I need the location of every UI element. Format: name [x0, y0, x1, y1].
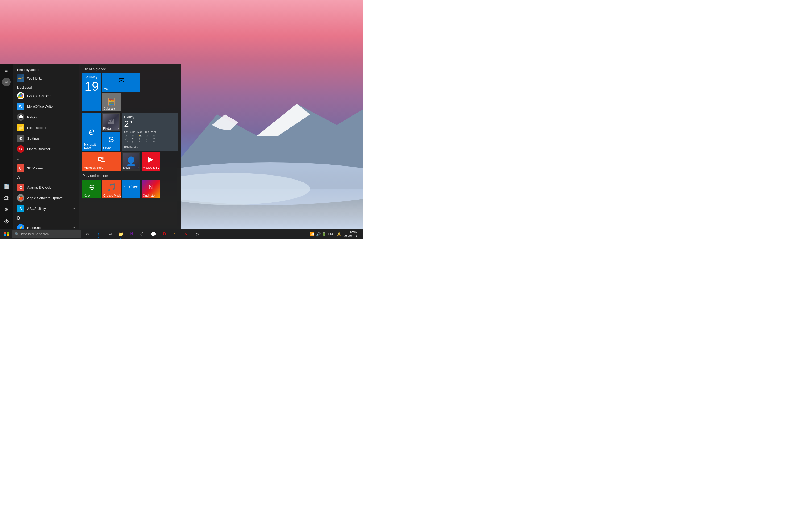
app-item-libreoffice-writer[interactable]: W LibreOffice Writer [13, 101, 79, 112]
play-explore-label: Play and explore [82, 174, 178, 178]
taskbar-app-unknown2[interactable]: S [170, 229, 180, 240]
app-item-apple-update[interactable]: 🍎 Apple Software Update [13, 193, 79, 203]
groove-music-tile[interactable]: 🎵 Groove Music [102, 180, 121, 198]
groove-tile-label: Groove Music [103, 194, 121, 197]
taskbar-app-onenote[interactable]: N [126, 229, 137, 240]
calculator-tile[interactable]: 🧮 Calculator [102, 93, 121, 111]
skype-tile-label: Skype [103, 146, 120, 150]
app-item-battle-net[interactable]: ⚡ Battle.net ▾ [13, 222, 79, 229]
app-item-pidgin[interactable]: 💬 Pidgin [13, 112, 79, 122]
news-image: 👤 [126, 156, 136, 166]
svg-rect-12 [4, 234, 6, 236]
tue-icon: ☁ [146, 134, 148, 137]
battle-expand-arrow[interactable]: ▾ [73, 226, 75, 229]
skype-tile[interactable]: S Skype [102, 132, 120, 151]
onenote-icon: N [149, 184, 153, 190]
network-icon[interactable]: 📶 [310, 232, 315, 236]
wed-low: 0° [153, 141, 155, 144]
system-tray: ^ 📶 🔊 🔋 ENG 🔔 12:15 Sat, Jan, 19 [304, 230, 362, 238]
app-item-asus[interactable]: A ASUS Utility ▾ [13, 203, 79, 214]
taskbar-app-settings[interactable]: ⚙ [192, 229, 203, 240]
app-item-3d-viewer[interactable]: ⬡ 3D Viewer [13, 163, 79, 173]
mail-icon: ✉ [118, 76, 125, 85]
sat-low: -1° [125, 141, 128, 144]
weather-forecast: Sat ☁ 3° -1° Sun ☁ 2° -2° Mon ⛅ 3° [124, 131, 175, 144]
tue-label: Tue [145, 131, 149, 134]
app-item-wot-blitz[interactable]: WoT WoT Blitz [13, 73, 79, 83]
onenote-app-icon: N [130, 232, 133, 236]
settings-button[interactable]: ⚙ [1, 204, 12, 215]
hamburger-menu-button[interactable]: ≡ [1, 66, 12, 77]
weather-city: Bucharest [124, 145, 175, 148]
movies-icon: ▶ [148, 155, 154, 164]
app-label: File Explorer [27, 126, 46, 130]
wallpaper-mountains [177, 82, 363, 229]
calendar-tile[interactable]: Saturday 19 [82, 73, 101, 111]
app-item-alarms-clock[interactable]: ⏰ Alarms & Clock [13, 182, 79, 193]
svg-rect-10 [4, 232, 6, 234]
app-label: Apple Software Update [27, 196, 63, 200]
time-display: 12:15 [343, 230, 357, 234]
clock[interactable]: 12:15 Sat, Jan, 19 [343, 230, 357, 238]
asus-expand-arrow[interactable]: ▾ [73, 207, 75, 210]
app-label: Pidgin [27, 115, 37, 119]
apps-list: Recently added WoT WoT Blitz Most used [13, 64, 79, 229]
app-label: 3D Viewer [27, 166, 43, 170]
xbox-icon: ⊕ [89, 183, 95, 191]
search-placeholder: Type here to search [20, 232, 49, 236]
app-item-file-explorer[interactable]: 📁 File Explorer [13, 122, 79, 133]
whatsapp-app-icon: 💬 [151, 232, 156, 237]
weather-day-sun: Sun ☁ 2° -2° [130, 131, 135, 144]
file-explorer-icon: 📁 [17, 124, 24, 131]
photos-tile[interactable]: 🏙 Photos ⤢ [102, 113, 120, 131]
news-tile[interactable]: 👤 News ⤢ [122, 152, 140, 171]
alarms-clock-icon: ⏰ [17, 184, 24, 191]
tue-high: 0° [146, 137, 148, 140]
taskbar-app-opera[interactable]: O [159, 229, 170, 240]
svg-rect-11 [7, 232, 9, 234]
taskbar-app-edge[interactable]: ℯ [94, 229, 104, 240]
taskbar-app-mail[interactable]: ✉ [104, 229, 115, 240]
search-bar[interactable]: 🔍 Type here to search [12, 230, 81, 238]
photos-button[interactable]: 🖼 [1, 193, 12, 203]
taskbar: 🔍 Type here to search ⧉ ℯ ✉ 📁 N ◯ 💬 O [0, 229, 363, 240]
sat-high: 3° [125, 137, 128, 140]
mon-high: 3° [138, 137, 141, 140]
mon-label: Mon [137, 131, 142, 134]
documents-button[interactable]: 📄 [1, 181, 12, 191]
taskbar-app-file-explorer[interactable]: 📁 [115, 229, 126, 240]
photos-image: 🏙 [108, 118, 114, 126]
app-label: Opera Browser [27, 147, 50, 151]
start-button[interactable] [1, 229, 12, 240]
app-item-settings[interactable]: ⚙ Settings [13, 133, 79, 144]
weather-tile[interactable]: Cloudy 2° Sat ☁ 3° -1° Sun ☁ 2° -2° [121, 113, 178, 151]
battle-net-icon: ⚡ [17, 224, 24, 229]
power-button[interactable]: ⏻ [1, 216, 12, 227]
wed-high: 2° [153, 137, 155, 140]
onenote-tile[interactable]: N OneNote [141, 180, 160, 198]
taskbar-app-unknown1[interactable]: ◯ [137, 229, 148, 240]
weather-temp: 2° [124, 119, 175, 129]
sun-icon: ☁ [131, 134, 134, 137]
app-item-opera[interactable]: O Opera Browser [13, 144, 79, 154]
xbox-tile[interactable]: ⊕ Xbox [82, 180, 101, 198]
surface-tile[interactable]: Surface [122, 180, 140, 198]
recently-added-label: Recently added [13, 66, 79, 73]
app-item-google-chrome[interactable]: Google Chrome [13, 91, 79, 101]
taskbar-app-unknown3[interactable]: V [181, 229, 191, 240]
volume-icon[interactable]: 🔊 [316, 232, 321, 236]
microsoft-store-tile[interactable]: 🛍 Microsoft Store [82, 152, 121, 171]
mail-tile[interactable]: ✉ Mail [102, 73, 140, 92]
user-avatar-button[interactable]: AI [2, 78, 11, 86]
movies-tv-tile[interactable]: ▶ Movies & TV [141, 152, 160, 171]
language-indicator[interactable]: ENG [328, 232, 335, 236]
sun-high: 2° [131, 137, 134, 140]
taskbar-app-whatsapp[interactable]: 💬 [148, 229, 159, 240]
task-view-button[interactable]: ⧉ [82, 229, 93, 240]
notification-icon[interactable]: 🔔 [337, 232, 341, 236]
show-hidden-icons[interactable]: ^ [305, 232, 308, 235]
sun-label: Sun [130, 131, 135, 134]
explorer-active-indicator [120, 238, 121, 239]
microsoft-edge-tile[interactable]: ℯ Microsoft Edge [82, 113, 101, 151]
svg-point-9 [20, 95, 22, 97]
